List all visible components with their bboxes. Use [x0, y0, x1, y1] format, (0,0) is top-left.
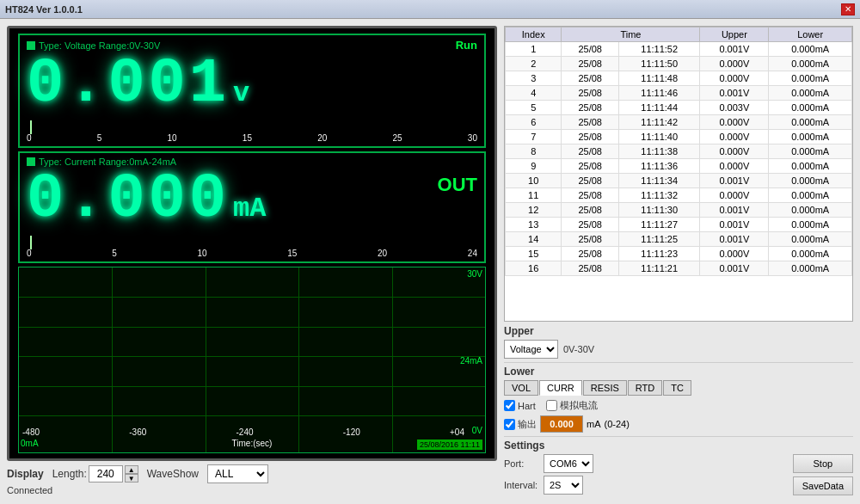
left-panel: Type: Voltage Range:0V-30V Run 0.001v 0 …: [7, 26, 497, 497]
run-label: Run: [456, 39, 477, 52]
settings-title: Settings: [504, 439, 853, 452]
table-row: 14 25/08 11:11:25 0.001V 0.000mA: [506, 232, 852, 247]
lower-title: Lower: [504, 366, 853, 378]
table-row: 6 25/08 11:11:42 0.000V 0.000mA: [506, 115, 852, 130]
spin-down[interactable]: ▼: [125, 474, 138, 482]
table-row: 15 25/08 11:11:23 0.000V 0.000mA: [506, 247, 852, 261]
port-row: Port: COM6 COM1 COM2 COM3 COM4 COM5: [504, 454, 789, 473]
length-input[interactable]: [89, 465, 123, 482]
wave-bottom-label: 0V: [472, 426, 482, 435]
wave-mid-label: 24mA: [460, 355, 482, 365]
save-data-button[interactable]: SaveData: [793, 476, 853, 495]
waveshow-label: WaveShow: [147, 468, 199, 480]
display-controls-bar: Display Length: ▲ ▼ WaveShow ALL Voltage…: [7, 464, 497, 483]
port-label: Port:: [504, 458, 538, 469]
length-spinner[interactable]: ▲ ▼: [125, 465, 138, 482]
output-value-input[interactable]: [540, 415, 583, 433]
table-body: 1 25/08 11:11:52 0.001V 0.000mA 2 25/08 …: [506, 42, 852, 276]
port-select[interactable]: COM6 COM1 COM2 COM3 COM4 COM5: [544, 454, 593, 473]
tab-curr[interactable]: CURR: [539, 380, 582, 396]
window-title: HT824 Ver 1.0.0.1: [5, 4, 83, 15]
grid-v2: [206, 267, 206, 452]
settings-section: Settings Port: COM6 COM1 COM2 COM3 COM4 …: [504, 436, 853, 497]
grid-h4: [19, 386, 485, 387]
grid-h3: [19, 356, 485, 357]
col-lower: Lower: [769, 28, 852, 42]
table-row: 2 25/08 11:11:50 0.000V 0.000mA: [506, 57, 852, 71]
datetime-label: 25/08/2016 11:11: [417, 439, 482, 450]
time-label: Time:(sec): [232, 439, 273, 448]
spin-up[interactable]: ▲: [125, 465, 138, 474]
upper-section: Upper Voltage Current RESIS RTD TC 0V-30…: [504, 325, 853, 359]
output-checkbox-label[interactable]: 输出: [504, 418, 537, 431]
grid-v3: [298, 267, 299, 452]
current-scale: 0 5 10 15 20 24: [27, 249, 477, 258]
i-bar-indicator: [30, 236, 32, 249]
table-scroll[interactable]: Index Time Upper Lower 1 25/08 11:11:52 …: [505, 27, 852, 321]
upper-controls: Voltage Current RESIS RTD TC 0V-30V: [504, 340, 853, 359]
table-row: 10 25/08 11:11:34 0.001V 0.000mA: [506, 174, 852, 188]
interval-row: Interval: 2S 1S 5S 10S: [504, 476, 789, 495]
upper-range: 0V-30V: [563, 344, 594, 354]
grid-v1: [112, 267, 113, 452]
voltage-value-display: 0.001v: [27, 53, 477, 115]
tab-vol[interactable]: VOL: [504, 380, 538, 396]
grid-h1: [19, 297, 485, 298]
interval-select[interactable]: 2S 1S 5S 10S: [544, 476, 583, 495]
bottom-controls: Display Length: ▲ ▼ WaveShow ALL Voltage…: [7, 461, 497, 497]
hart-checkbox-label[interactable]: Hart: [504, 400, 536, 411]
output-range: (0-24): [605, 419, 630, 429]
v-bar-indicator: [30, 120, 32, 134]
hart-checkbox[interactable]: [504, 400, 515, 411]
table-wrap: Index Time Upper Lower 1 25/08 11:11:52 …: [505, 27, 852, 321]
out-label: OUT: [438, 174, 477, 196]
output-checkbox[interactable]: [504, 419, 515, 430]
table-row: 11 25/08 11:11:32 0.000V 0.000mA: [506, 188, 852, 203]
table-row: 8 25/08 11:11:38 0.000V 0.000mA: [506, 144, 852, 159]
monic-checkbox-label[interactable]: 模拟电流: [546, 399, 598, 412]
waveform-area: 30V 24mA 0V -480 -360 -240 -120 +04 0mA …: [18, 267, 486, 453]
table-row: 13 25/08 11:11:27 0.001V 0.000mA: [506, 218, 852, 232]
voltage-scale: 0 5 10 15 20 25 30: [27, 133, 477, 143]
close-button[interactable]: ✕: [841, 3, 855, 15]
table-row: 1 25/08 11:11:52 0.001V 0.000mA: [506, 42, 852, 57]
settings-controls: Port: COM6 COM1 COM2 COM3 COM4 COM5 Inte…: [504, 454, 789, 497]
display-screen: Type: Voltage Range:0V-30V Run 0.001v 0 …: [7, 26, 497, 461]
settings-main: Port: COM6 COM1 COM2 COM3 COM4 COM5 Inte…: [504, 454, 853, 497]
length-control: Length: ▲ ▼: [52, 465, 138, 482]
current-value-display: 0.000mA: [27, 169, 266, 230]
lower-section: Lower VOL CURR RESIS RTD TC Hart 模拟电流: [504, 362, 853, 433]
wave-top-label: 30V: [467, 269, 482, 279]
display-label: Display: [7, 468, 44, 480]
table-row: 16 25/08 11:11:21 0.001V 0.000mA: [506, 261, 852, 276]
monic-checkbox[interactable]: [546, 400, 557, 411]
upper-type-select[interactable]: Voltage Current RESIS RTD TC: [504, 340, 558, 359]
stop-button[interactable]: Stop: [793, 454, 853, 473]
tab-tc[interactable]: TC: [663, 380, 691, 396]
upper-title: Upper: [504, 325, 853, 337]
col-index: Index: [506, 28, 562, 42]
voltage-section: Type: Voltage Range:0V-30V Run 0.001v 0 …: [18, 34, 486, 148]
connected-bar: Connected: [7, 483, 497, 497]
table-row: 4 25/08 11:11:46 0.001V 0.000mA: [506, 86, 852, 101]
output-row: 输出 mA (0-24): [504, 415, 853, 433]
title-bar: HT824 Ver 1.0.0.1 ✕: [0, 0, 860, 19]
voltage-indicator: [27, 41, 35, 50]
col-time: Time: [562, 28, 700, 42]
tab-rtd[interactable]: RTD: [628, 380, 662, 396]
wave-time-labels: -480 -360 -240 -120 +04: [19, 427, 468, 437]
table-row: 3 25/08 11:11:48 0.000V 0.000mA: [506, 71, 852, 86]
table-row: 7 25/08 11:11:40 0.000V 0.000mA: [506, 130, 852, 144]
lower-checkboxes: Hart 模拟电流: [504, 399, 853, 412]
grid-v4: [392, 267, 393, 452]
output-unit: mA: [587, 419, 601, 429]
waveshow-select[interactable]: ALL Voltage Current: [207, 464, 268, 483]
right-panel: Index Time Upper Lower 1 25/08 11:11:52 …: [504, 26, 853, 497]
table-row: 5 25/08 11:11:44 0.003V 0.000mA: [506, 101, 852, 115]
action-buttons: Stop SaveData: [793, 454, 853, 495]
col-upper: Upper: [700, 28, 769, 42]
table-row: 9 25/08 11:11:36 0.000V 0.000mA: [506, 159, 852, 174]
lower-tabs: VOL CURR RESIS RTD TC: [504, 380, 853, 396]
interval-label: Interval:: [504, 480, 538, 490]
tab-resis[interactable]: RESIS: [583, 380, 627, 396]
